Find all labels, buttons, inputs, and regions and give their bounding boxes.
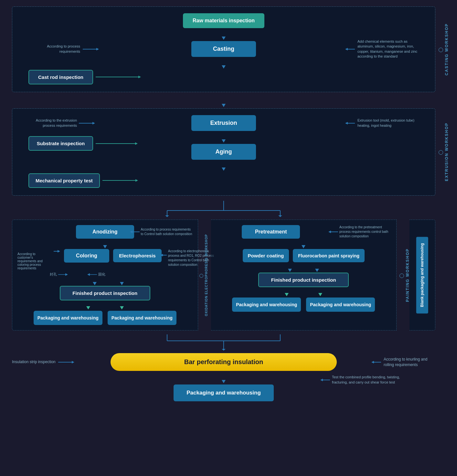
svg-marker-0 — [222, 30, 226, 40]
pkg-final-box: Packaging and warehousing — [174, 384, 274, 401]
arrow-cast-rod — [96, 75, 141, 79]
svg-marker-4 — [345, 48, 348, 50]
casting-left-annotation: According to process requirements — [28, 44, 80, 54]
arrow-down-2 — [220, 59, 228, 69]
insulation-left-annotation: Insulation strip inspection — [12, 359, 56, 365]
arrow-down-6 — [101, 241, 109, 248]
extrusion-box: Extrusion — [191, 115, 256, 131]
svg-marker-36 — [93, 277, 97, 285]
svg-marker-44 — [315, 264, 319, 272]
arrow-down-15 — [316, 288, 324, 296]
finished1-box: Finished product inspection — [60, 286, 150, 300]
svg-marker-8 — [222, 97, 226, 107]
svg-marker-58 — [320, 379, 323, 381]
extrusion-workshop-label: EXTRUSION WORKSHOP — [444, 123, 449, 181]
casting-workshop-label: CASTING WORKSHOP — [444, 23, 449, 75]
arrow-down-3 — [220, 97, 228, 107]
arrow-curing — [87, 273, 97, 276]
powder-coating-box: Powder coating — [243, 249, 289, 262]
pkg3-box: Packaging and warehousing — [232, 298, 301, 312]
svg-marker-42 — [302, 241, 305, 248]
arrow-extrusion-right — [345, 121, 355, 125]
cast-rod-box: Cast rod inspection — [28, 70, 93, 84]
arrow-insulation-right — [371, 360, 381, 364]
svg-marker-51 — [222, 349, 226, 351]
arrow-down-4 — [220, 133, 228, 143]
coloring-left-annotation: According to customer's requirements and… — [17, 252, 50, 270]
svg-marker-27 — [103, 241, 107, 248]
svg-marker-56 — [222, 373, 226, 383]
svg-marker-43 — [288, 264, 292, 272]
svg-marker-24 — [278, 215, 282, 217]
arrow-down-8 — [118, 277, 126, 285]
arrow-final-right — [320, 378, 330, 382]
electrophoresis-box: Electrophoresis — [113, 249, 162, 262]
arrow-down-1 — [220, 30, 228, 40]
svg-marker-26 — [130, 231, 133, 233]
finished2-box: Finished product inspection — [258, 273, 349, 287]
svg-marker-10 — [92, 122, 95, 124]
svg-marker-12 — [345, 122, 348, 124]
arrow-right-casting-left — [83, 47, 99, 51]
svg-marker-41 — [328, 231, 331, 233]
extrusion-right-annotation: Extrusion tool (mold, extrusion tube) he… — [357, 118, 422, 128]
svg-marker-33 — [65, 273, 68, 276]
svg-marker-39 — [120, 302, 124, 309]
coloring-box: Coloring — [64, 249, 109, 263]
svg-marker-16 — [222, 161, 226, 171]
mech-test-box: Mechanical property test — [28, 173, 100, 188]
arrow-down-5 — [220, 161, 228, 171]
painting-workshop-label: PAINTING WORKSHOP — [405, 248, 410, 302]
arrow-down-13 — [313, 264, 321, 272]
pretreatment-box: Pretreatment — [242, 225, 300, 239]
svg-marker-37 — [120, 277, 124, 285]
curing-label: 固化 — [98, 272, 105, 277]
svg-marker-5 — [222, 59, 226, 69]
svg-marker-15 — [222, 133, 226, 143]
svg-marker-2 — [96, 48, 99, 50]
bar-perforating-box: Bar perforating insulation — [111, 353, 337, 371]
sealing-label: 封孔 — [50, 272, 57, 277]
casting-box: Casting — [191, 41, 256, 57]
anodizing-box: Anodizing — [76, 225, 134, 239]
arrow-sealing — [58, 273, 68, 276]
arrow-pretreatment-right — [328, 230, 338, 234]
branch-arrow — [111, 201, 337, 217]
electrophoresis-right-annotation: According to electrophoresis process and… — [168, 249, 217, 267]
svg-marker-45 — [285, 288, 289, 296]
fluorocarbon-box: Fluorocarbon paint spraying — [293, 249, 365, 262]
pretreatment-right-annotation: According to the pretreatment process re… — [339, 225, 391, 239]
anodizing-right-annotation: According to process requirements to Con… — [141, 227, 193, 236]
arrow-substrate — [96, 141, 138, 146]
pkg4-box: Packaging and warehousing — [306, 298, 375, 312]
arrow-down-11 — [300, 241, 307, 248]
arrow-down-12 — [286, 264, 294, 272]
svg-marker-35 — [87, 273, 90, 276]
svg-marker-7 — [138, 76, 141, 78]
svg-marker-14 — [135, 142, 138, 145]
arrow-down-7 — [91, 277, 99, 285]
arrow-down-16 — [220, 373, 228, 383]
arrow-extrusion-left — [79, 121, 95, 125]
arrow-left-casting-right — [345, 47, 355, 51]
blank-pkg-box: Blank packaging and warehousing — [416, 237, 428, 313]
casting-right-annotation: Add chemical elements such as aluminum, … — [357, 39, 422, 59]
svg-marker-29 — [58, 250, 60, 253]
extrusion-left-annotation: According to the extrusion process requi… — [28, 118, 77, 128]
svg-marker-38 — [86, 302, 90, 309]
svg-marker-55 — [371, 361, 374, 363]
converge-arrow — [111, 334, 337, 351]
arrow-coloring-in — [54, 249, 60, 254]
arrow-down-14 — [283, 288, 291, 296]
oxidation-workshop-label: OXIDATION ELECTROPHORESIS WORKSHOP — [205, 234, 208, 316]
insulation-right-annotation: According to knurling and rolling requir… — [384, 357, 435, 368]
pkg1-box: Packaging and warehousing — [34, 311, 102, 325]
substrate-box: Substrate inspection — [28, 136, 93, 151]
svg-marker-53 — [72, 361, 74, 363]
svg-marker-46 — [318, 288, 322, 296]
pkg2-box: Packaging and warehousing — [108, 311, 176, 325]
arrow-electrophoresis-right — [160, 253, 167, 257]
arrow-mech-test — [102, 178, 138, 183]
arrow-anodizing-right — [130, 230, 140, 234]
svg-marker-18 — [135, 179, 138, 182]
